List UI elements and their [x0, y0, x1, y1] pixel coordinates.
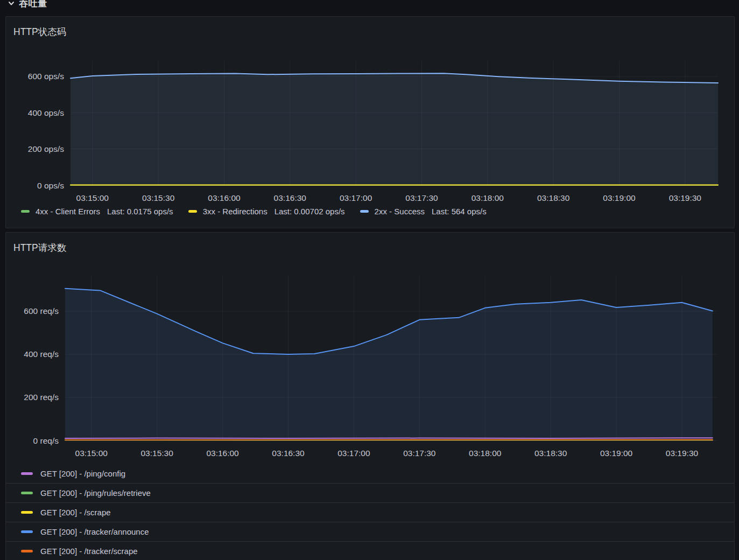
http-status-legend: 4xx - Client ErrorsLast: 0.0175 ops/s3xx…	[21, 207, 487, 216]
legend-item[interactable]: 3xx - RedirectionsLast: 0.00702 ops/s	[188, 207, 345, 216]
legend-row[interactable]: GET [200] - /tracker/scrape	[6, 542, 734, 560]
http-status-chart[interactable]: 0 ops/s200 ops/s400 ops/s600 ops/s03:15:…	[6, 49, 734, 212]
x-axis-tick-label: 03:16:30	[274, 193, 307, 202]
x-axis-tick-label: 03:17:30	[403, 449, 436, 458]
x-axis-tick-label: 03:19:30	[669, 193, 702, 202]
panel-http-requests: HTTP请求数 0 req/s200 req/s400 req/s600 req…	[5, 232, 735, 560]
legend-swatch[interactable]	[21, 492, 33, 494]
y-axis-tick-label: 400 ops/s	[28, 108, 64, 117]
legend-label: 4xx - Client Errors	[36, 207, 100, 216]
legend-item[interactable]: 2xx - SuccessLast: 564 ops/s	[360, 207, 487, 216]
legend-row[interactable]: GET [200] - /ping/rules/retrieve	[6, 484, 734, 503]
legend-swatch[interactable]	[21, 511, 33, 514]
legend-label: GET [200] - /ping/config	[40, 469, 125, 478]
legend-label: 3xx - Redirections	[203, 207, 268, 216]
legend-row[interactable]: GET [200] - /scrape	[6, 503, 734, 522]
y-axis-tick-label: 200 req/s	[24, 393, 59, 402]
x-axis-tick-label: 03:15:30	[142, 193, 175, 202]
x-axis-tick-label: 03:18:30	[537, 193, 570, 202]
panel-title[interactable]: HTTP请求数	[13, 241, 66, 254]
x-axis-tick-label: 03:19:00	[603, 193, 636, 202]
x-axis-tick-label: 03:18:00	[469, 449, 502, 458]
x-axis-tick-label: 03:15:00	[76, 193, 109, 202]
legend-item[interactable]: 4xx - Client ErrorsLast: 0.0175 ops/s	[21, 207, 173, 216]
x-axis-tick-label: 03:15:30	[141, 449, 174, 458]
legend-swatch[interactable]	[360, 210, 369, 213]
legend-last-value: Last: 564 ops/s	[432, 207, 487, 216]
y-axis-tick-label: 400 req/s	[24, 349, 59, 359]
x-axis-tick-label: 03:18:30	[534, 449, 567, 458]
legend-swatch[interactable]	[21, 210, 30, 213]
x-axis-tick-label: 03:16:00	[206, 449, 239, 458]
http-requests-chart-svg[interactable]: 0 req/s200 req/s400 req/s600 req/s03:15:…	[6, 267, 734, 461]
x-axis-tick-label: 03:16:30	[272, 449, 305, 458]
section-row-header[interactable]: 吞吐量	[8, 0, 47, 11]
legend-label: GET [200] - /tracker/announce	[40, 527, 149, 536]
x-axis-tick-label: 03:16:00	[208, 193, 241, 202]
x-axis-tick-label: 03:19:30	[666, 449, 699, 458]
legend-label: 2xx - Success	[375, 207, 425, 216]
x-axis-tick-label: 03:15:00	[75, 449, 108, 458]
y-axis-tick-label: 600 ops/s	[28, 72, 64, 81]
legend-swatch[interactable]	[188, 210, 197, 213]
x-axis-tick-label: 03:17:00	[337, 449, 370, 458]
panel-http-status-codes: HTTP状态码 0 ops/s200 ops/s400 ops/s600 ops…	[5, 16, 735, 228]
chevron-down-icon[interactable]	[8, 0, 15, 7]
x-axis-tick-label: 03:17:30	[405, 193, 438, 202]
y-axis-tick-label: 0 req/s	[33, 436, 59, 445]
http-requests-chart[interactable]: 0 req/s200 req/s400 req/s600 req/s03:15:…	[6, 267, 734, 463]
dashboard: 吞吐量 HTTP状态码 0 ops/s200 ops/s400 ops/s600…	[0, 0, 739, 560]
legend-label: GET [200] - /ping/rules/retrieve	[40, 488, 151, 498]
series-area	[71, 73, 718, 185]
legend-swatch[interactable]	[21, 550, 33, 552]
legend-swatch[interactable]	[21, 530, 33, 533]
legend-swatch[interactable]	[21, 472, 33, 475]
legend-row[interactable]: GET [200] - /ping/config	[6, 464, 734, 484]
series-line[interactable]	[65, 438, 713, 438]
x-axis-tick-label: 03:17:00	[340, 193, 372, 202]
y-axis-tick-label: 600 req/s	[24, 306, 59, 316]
legend-label: GET [200] - /tracker/scrape	[40, 547, 138, 556]
legend-row[interactable]: GET [200] - /tracker/announce	[6, 522, 734, 542]
legend-label: GET [200] - /scrape	[40, 508, 111, 517]
y-axis-tick-label: 0 ops/s	[37, 181, 64, 190]
http-requests-legend: GET [200] - /ping/configGET [200] - /pin…	[6, 464, 734, 560]
x-axis-tick-label: 03:18:00	[471, 193, 504, 202]
x-axis-tick-label: 03:19:00	[600, 449, 633, 458]
http-status-chart-svg[interactable]: 0 ops/s200 ops/s400 ops/s600 ops/s03:15:…	[6, 49, 734, 209]
y-axis-tick-label: 200 ops/s	[28, 144, 64, 153]
legend-last-value: Last: 0.0175 ops/s	[107, 207, 173, 216]
legend-last-value: Last: 0.00702 ops/s	[275, 207, 345, 216]
section-title: 吞吐量	[19, 0, 47, 10]
panel-title[interactable]: HTTP状态码	[13, 25, 66, 38]
